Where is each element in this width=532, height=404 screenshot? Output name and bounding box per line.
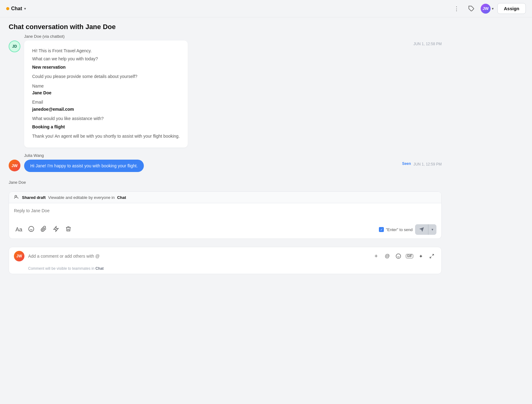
top-navigation: Chat ▾ ⋮ JW ▾ Assign bbox=[0, 0, 532, 17]
comment-avatar-initials: JW bbox=[16, 254, 22, 258]
delete-button[interactable] bbox=[63, 225, 73, 234]
comment-right-icons: + @ GIF bbox=[371, 251, 436, 261]
comment-emoji-icon bbox=[396, 253, 401, 259]
nav-left: Chat ▾ bbox=[6, 6, 26, 11]
shared-draft-label: Shared draft bbox=[22, 195, 46, 200]
avatar-initials: JW bbox=[483, 6, 489, 11]
agent-sender-label: Julia Wang bbox=[24, 153, 442, 158]
jane-doe-reply-label: Jane Doe bbox=[9, 180, 442, 185]
comment-avatar: JW bbox=[14, 251, 24, 261]
expand-icon bbox=[429, 254, 434, 259]
seen-label: Seen bbox=[402, 161, 411, 166]
compose-toolbar: Aa bbox=[9, 222, 441, 239]
shared-draft-bar: Shared draft Viewable and editable by ev… bbox=[9, 192, 441, 203]
send-button-group: ▾ bbox=[415, 224, 436, 235]
chatbot-timestamp: JUN 1, 12:58 PM bbox=[414, 41, 442, 46]
svg-line-9 bbox=[432, 254, 434, 256]
gif-icon: GIF bbox=[406, 254, 414, 258]
send-dropdown-button[interactable]: ▾ bbox=[428, 224, 436, 235]
comment-footer-channel: Chat bbox=[95, 266, 104, 271]
send-chevron-icon: ▾ bbox=[431, 227, 433, 232]
shared-draft-desc: Viewable and editable by everyone in bbox=[48, 195, 115, 200]
assign-button[interactable]: Assign bbox=[497, 3, 526, 14]
agent-avatar: JW bbox=[9, 160, 20, 171]
chatbot-row: JD Hi! This is Front Travel Agency. What… bbox=[9, 41, 442, 148]
enter-to-send: ✓ "Enter" to send bbox=[379, 227, 413, 232]
main-content: Jane Doe (via chatbot) JD Hi! This is Fr… bbox=[0, 34, 532, 279]
svg-line-10 bbox=[430, 257, 431, 258]
tag-icon bbox=[468, 6, 474, 12]
chatbot-closing: Thank you! An agent will be with you sho… bbox=[32, 133, 180, 140]
magic-icon: ✦ bbox=[419, 253, 423, 259]
svg-point-2 bbox=[29, 226, 34, 231]
chatbot-question2: Could you please provide some details ab… bbox=[32, 73, 180, 80]
comment-emoji-button[interactable] bbox=[394, 251, 403, 261]
label-button[interactable] bbox=[466, 3, 477, 14]
font-icon: Aa bbox=[15, 226, 22, 233]
chatbot-email-value: janedoe@email.com bbox=[32, 106, 180, 113]
compose-input[interactable] bbox=[14, 208, 436, 218]
lightning-button[interactable] bbox=[51, 225, 61, 234]
send-button[interactable] bbox=[415, 224, 428, 235]
agent-timestamp-area: Seen JUN 1, 12:59 PM bbox=[402, 160, 442, 166]
nav-title: Chat bbox=[11, 6, 22, 11]
agent-avatar-initials: JW bbox=[11, 163, 18, 168]
chatbot-message-block: Jane Doe (via chatbot) JD Hi! This is Fr… bbox=[9, 34, 442, 148]
comment-expand-button[interactable] bbox=[427, 251, 436, 261]
comment-gif-button[interactable]: GIF bbox=[405, 251, 414, 261]
agent-message-block: Julia Wang JW Hi Jane! I'm happy to assi… bbox=[9, 153, 442, 172]
svg-marker-5 bbox=[54, 226, 58, 231]
avatar-chevron-icon: ▾ bbox=[492, 6, 494, 11]
comment-mention-button[interactable]: @ bbox=[383, 251, 392, 261]
attachment-button[interactable] bbox=[39, 225, 49, 234]
comment-input[interactable] bbox=[28, 254, 368, 259]
svg-point-1 bbox=[15, 196, 17, 197]
status-dot bbox=[6, 7, 9, 10]
lightning-icon bbox=[53, 226, 59, 234]
chatbot-sender-label: Jane Doe (via chatbot) bbox=[24, 34, 442, 39]
comment-footer: Comment will be visible to teammates in … bbox=[9, 265, 441, 274]
jd-avatar: JD bbox=[9, 41, 20, 52]
chatbot-greeting: Hi! This is Front Travel Agency. bbox=[32, 47, 180, 54]
more-options-button[interactable]: ⋮ bbox=[451, 3, 462, 14]
chatbot-email-label: Email bbox=[32, 99, 180, 105]
comment-add-button[interactable]: + bbox=[371, 251, 381, 261]
compose-right-controls: ✓ "Enter" to send ▾ bbox=[379, 224, 436, 235]
chatbot-name-value: Jane Doe bbox=[32, 89, 180, 96]
jd-avatar-initials: JD bbox=[12, 44, 17, 49]
compose-container: Shared draft Viewable and editable by ev… bbox=[9, 191, 442, 239]
compose-input-area bbox=[9, 203, 441, 222]
delete-icon bbox=[65, 226, 71, 234]
chatbot-option2: Booking a flight bbox=[32, 123, 180, 130]
comment-footer-text: Comment will be visible to teammates in bbox=[28, 266, 94, 271]
chatbot-question1: What can we help you with today? bbox=[32, 55, 180, 62]
page-title: Chat conversation with Jane Doe bbox=[9, 23, 523, 31]
attachment-icon bbox=[41, 226, 47, 234]
chatbot-question3: What would you like assistance with? bbox=[32, 115, 180, 122]
svg-point-6 bbox=[396, 254, 401, 259]
emoji-button[interactable] bbox=[26, 225, 36, 234]
chatbot-card: Hi! This is Front Travel Agency. What ca… bbox=[24, 41, 188, 148]
comment-area: JW + @ bbox=[9, 247, 442, 274]
emoji-icon bbox=[28, 226, 34, 234]
comment-row: JW + @ bbox=[9, 247, 441, 265]
nav-right: ⋮ JW ▾ Assign bbox=[451, 3, 526, 14]
agent-bubble: Hi Jane! I'm happy to assist you with bo… bbox=[24, 160, 144, 172]
message-area: Jane Doe (via chatbot) JD Hi! This is Fr… bbox=[9, 34, 442, 274]
page-title-area: Chat conversation with Jane Doe bbox=[0, 17, 532, 34]
avatar-group[interactable]: JW ▾ bbox=[481, 4, 494, 14]
enter-send-label: "Enter" to send bbox=[386, 227, 413, 232]
shared-draft-channel: Chat bbox=[117, 195, 126, 200]
chevron-down-icon[interactable]: ▾ bbox=[24, 6, 26, 11]
font-size-button[interactable]: Aa bbox=[14, 225, 24, 234]
chatbot-option1: New reservation bbox=[32, 64, 180, 71]
agent-timestamp: JUN 1, 12:59 PM bbox=[414, 161, 442, 166]
comment-magic-button[interactable]: ✦ bbox=[416, 251, 425, 261]
agent-row: JW Hi Jane! I'm happy to assist you with… bbox=[9, 160, 442, 172]
enter-send-checkbox[interactable]: ✓ bbox=[379, 227, 384, 232]
avatar: JW bbox=[481, 4, 491, 14]
shared-draft-icon bbox=[14, 194, 19, 200]
more-icon: ⋮ bbox=[454, 5, 459, 12]
plus-icon: + bbox=[375, 253, 378, 260]
send-icon bbox=[419, 227, 424, 232]
